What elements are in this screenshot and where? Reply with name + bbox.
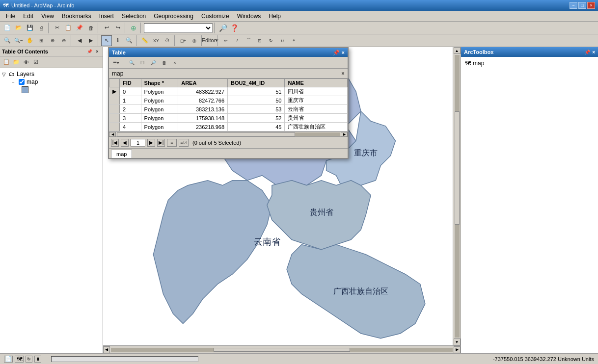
full-extent-button[interactable]: ⊞ [36,35,47,46]
save-button[interactable]: 💾 [25,23,35,33]
forward-extent-button[interactable]: ▶ [85,35,96,46]
layers-expand-icon[interactable]: ▽ [2,72,7,77]
table-tab-map[interactable]: map [111,150,132,158]
menu-geoprocessing[interactable]: Geoprocessing [150,12,197,21]
open-button[interactable]: 📂 [13,23,24,33]
arcmap-help-button[interactable]: ❓ [229,23,240,33]
toc-list-by-source[interactable]: 📁 [12,58,21,67]
redo-button[interactable]: ↪ [112,23,123,33]
row-selector-2[interactable] [109,105,120,114]
map-layer-expand-icon[interactable]: − [12,79,17,85]
back-extent-button[interactable]: ◀ [74,35,85,46]
maximize-button[interactable]: □ [578,2,586,9]
fixed-zoom-out[interactable]: ⊖ [58,35,69,46]
arctoolbox-item-map[interactable]: 🗺 map [463,59,596,68]
table-clear-select-btn[interactable]: ☐ [137,58,147,67]
table-scroll-thumb[interactable] [117,132,295,136]
toc-list-by-drawing-order[interactable]: 📋 [2,58,11,67]
table-close-icon[interactable]: × [342,50,345,56]
table-scrollbar-h[interactable]: ◀ ▶ [109,131,348,136]
table-pin-icon[interactable]: 📌 [333,50,340,56]
scroll-track-h[interactable] [111,348,453,352]
close-button[interactable]: × [587,2,595,9]
map-layer-checkbox[interactable] [19,79,25,85]
cut-button[interactable]: ✂ [52,23,62,33]
toc-close-button[interactable]: × [94,48,101,55]
menu-view[interactable]: View [37,12,58,21]
map-area[interactable]: 四川省 重庆市 云南省 贵州省 广西壮族自治区 ◀ ▶ ▲ ▼ Table [103,47,461,353]
identify-button[interactable]: 🔎 [217,23,228,33]
nav-next-btn[interactable]: ▶ [147,139,155,147]
table-title-bar[interactable]: Table 📌 × [109,48,348,57]
copy-button[interactable]: 📋 [63,23,74,33]
time-slider-button[interactable]: ⏱ [162,35,173,46]
minimize-button[interactable]: − [570,2,577,9]
row-selector-3[interactable] [109,114,120,123]
show-selected-records-btn[interactable]: ≡☑ [179,139,189,147]
goto-xy-button[interactable]: XY [151,35,162,46]
table-scroll-left[interactable]: ◀ [109,132,116,137]
identify-tool[interactable]: ℹ [112,35,123,46]
menu-help[interactable]: Help [265,12,285,21]
measure-button[interactable]: 📏 [139,35,150,46]
zoom-to-selected-button[interactable]: ◻+ [178,35,189,46]
refresh-btn[interactable]: ↻ [26,356,32,363]
col-shape[interactable]: Shape * [141,79,178,87]
row-selector-4[interactable] [109,123,120,131]
table-row[interactable]: 2 Polygon 383213.136 53 云南省 [109,105,348,114]
arctoolbox-controls[interactable]: 📌 × [584,50,595,55]
toc-list-by-selection[interactable]: ☑ [31,58,40,67]
delete-button[interactable]: 🗑 [85,23,96,33]
find-button[interactable]: 🔍 [124,35,135,46]
table-zoom-select-btn[interactable]: 🔎 [148,58,158,67]
arctoolbox-pin-btn[interactable]: 📌 [584,50,590,55]
arctoolbox-close-btn[interactable]: × [592,50,595,55]
new-button[interactable]: 📄 [2,23,13,33]
union-tool[interactable]: ∪ [277,35,288,46]
window-controls[interactable]: − □ × [570,2,595,9]
table-scroll-track[interactable] [117,132,340,136]
col-bou2[interactable]: BOU2_4M_ID [228,79,285,87]
scroll-left-btn[interactable]: ◀ [103,346,110,353]
row-selector-0[interactable]: ▶ [109,87,120,96]
fixed-zoom-in[interactable]: ⊕ [47,35,58,46]
snapping-button[interactable]: ⌖ [288,35,299,46]
row-selector-1[interactable] [109,96,120,105]
table-close-btn[interactable]: × [170,58,180,67]
scroll-thumb-h[interactable] [214,348,350,352]
col-name[interactable]: NAME [285,79,348,87]
table-row[interactable]: 4 Polygon 236218.968 45 广西壮族自治区 [109,123,348,131]
scroll-up-btn[interactable]: ▲ [454,47,461,54]
scroll-track-v[interactable] [455,55,460,338]
menu-windows[interactable]: Windows [233,12,265,21]
map-scrollbar-h[interactable]: ◀ ▶ [103,345,461,353]
table-grid[interactable]: FID Shape * AREA BOU2_4M_ID NAME ▶ 0 Pol… [109,78,348,131]
sketch-button[interactable]: ✏ [220,35,231,46]
scroll-down-btn[interactable]: ▼ [454,338,461,345]
layout-view-btn[interactable]: 📄 [4,356,13,363]
table-row[interactable]: ▶ 0 Polygon 483822.927 51 四川省 [109,87,348,96]
rotate-tool[interactable]: ↻ [266,35,276,46]
straight-segment[interactable]: / [232,35,243,46]
menu-bookmarks[interactable]: Bookmarks [58,12,95,21]
scale-selector[interactable] [144,23,213,33]
print-button[interactable]: 🖨 [36,23,47,33]
zoom-out-button[interactable]: 🔍− [13,35,24,46]
add-data-button[interactable]: ⊕ [128,23,139,33]
menu-file[interactable]: File [2,12,19,21]
zoom-in-button[interactable]: 🔍 [2,35,13,46]
undo-button[interactable]: ↩ [101,23,112,33]
nav-last-btn[interactable]: ▶| [157,139,165,147]
menu-insert[interactable]: Insert [95,12,118,21]
menu-customize[interactable]: Customize [197,12,233,21]
show-all-records-btn[interactable]: ≡ [167,139,177,147]
pan-button[interactable]: ✋ [25,35,35,46]
map-scrollbar-v[interactable]: ▲ ▼ [453,47,461,345]
col-fid[interactable]: FID [120,79,141,87]
select-features-button[interactable]: ↖ [101,35,112,46]
pause-btn[interactable]: ⏸ [34,356,41,363]
table-find-btn[interactable]: 🔍 [127,58,136,67]
data-view-btn[interactable]: 🗺 [15,356,24,363]
nav-prev-btn[interactable]: ◀ [121,139,129,147]
table-row[interactable]: 1 Polygon 82472.766 50 重庆市 [109,96,348,105]
